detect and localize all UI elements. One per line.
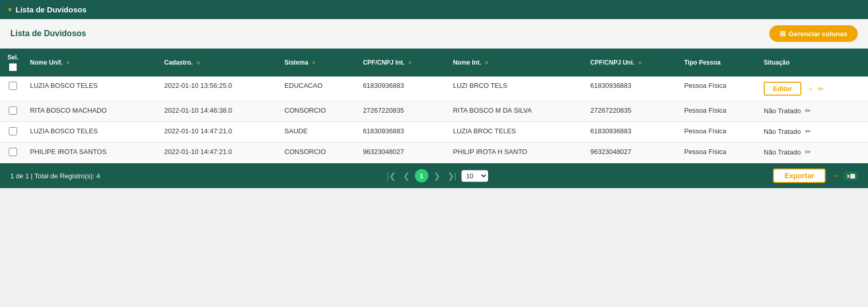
col-situacao: Situação xyxy=(760,49,868,76)
table-wrapper: Sel. Nome Unif. ≡ Cadastro. ≡ Sistema ≡ xyxy=(0,49,868,163)
main-container: ▾ Lista de Duvidosos Lista de Duvidosos … xyxy=(0,0,868,188)
col-tipo-pessoa: Tipo Pessoa xyxy=(680,49,760,76)
manage-columns-icon: ⊞ xyxy=(780,29,786,38)
cadastro-filter-icon[interactable]: ≡ xyxy=(196,59,199,66)
sub-header: Lista de Duvidosos ⊞ Gerenciar colunas xyxy=(0,19,868,49)
row-cpf-uni: 27267220835 xyxy=(586,101,680,122)
row-nome-unif: LUZIA BOSCO TELES xyxy=(26,76,160,101)
col-cpf-int: CPF/CNPJ Int. ≡ xyxy=(359,49,448,76)
select-all-checkbox[interactable] xyxy=(9,63,17,71)
row-status-text: Não Tratado xyxy=(764,128,801,135)
col-nome-unif: Nome Unif. ≡ xyxy=(26,49,160,76)
row-situacao-cell: Não Tratado✏ xyxy=(760,143,868,161)
row-sistema: CONSORCIO xyxy=(281,143,359,163)
sub-header-title: Lista de Duvidosos xyxy=(10,29,86,38)
row-cpf-int: 96323048027 xyxy=(359,143,448,163)
row-nome-int: LUZIA BROC TELES xyxy=(449,122,586,143)
row-checkbox[interactable] xyxy=(9,106,17,115)
edit-pencil-icon[interactable]: ✏ xyxy=(818,85,824,93)
footer-right: Exportar → x▦ xyxy=(773,168,858,183)
pagination-info: 1 de 1 | Total de Registro(s): 4 xyxy=(10,172,100,180)
row-checkbox[interactable] xyxy=(9,127,17,135)
row-tipo-pessoa: Pessoa Física xyxy=(680,101,760,122)
table-row: LUZIA BOSCO TELES2022-01-10 14:47:21.0SA… xyxy=(0,122,868,143)
row-cpf-uni: 61830936883 xyxy=(586,76,680,101)
row-checkbox-cell xyxy=(0,101,26,122)
table-row: PHILIPE IROTA SANTOS2022-01-10 14:47:21.… xyxy=(0,143,868,163)
per-page-select[interactable]: 10 25 50 100 xyxy=(461,170,488,182)
nome-unif-filter-icon[interactable]: ≡ xyxy=(67,59,70,66)
row-checkbox[interactable] xyxy=(9,148,17,156)
row-situacao-cell: Editar→✏ xyxy=(760,76,868,101)
row-nome-unif: LUZIA BOSCO TELES xyxy=(26,122,160,143)
first-page-button[interactable]: |❮ xyxy=(385,170,398,182)
cpf-uni-filter-icon[interactable]: ≡ xyxy=(638,59,641,66)
row-nome-int: RITA BOSCO M DA SILVA xyxy=(449,101,586,122)
data-table: Sel. Nome Unif. ≡ Cadastro. ≡ Sistema ≡ xyxy=(0,49,868,163)
next-page-button[interactable]: ❯ xyxy=(431,170,442,182)
row-situacao-cell: Não Tratado✏ xyxy=(760,101,868,120)
row-cpf-int: 27267220835 xyxy=(359,101,448,122)
row-nome-int: PHILIP IROTA H SANTO xyxy=(449,143,586,163)
row-checkbox-cell xyxy=(0,143,26,163)
col-cadastro: Cadastro. ≡ xyxy=(160,49,281,76)
row-tipo-pessoa: Pessoa Física xyxy=(680,143,760,163)
sistema-filter-icon[interactable]: ≡ xyxy=(312,59,315,66)
title-bar-text: Lista de Duvidosos xyxy=(16,5,87,14)
col-sel-label: Sel. xyxy=(7,54,18,61)
row-tipo-pessoa: Pessoa Física xyxy=(680,76,760,101)
row-checkbox-cell xyxy=(0,76,26,101)
col-sel: Sel. xyxy=(0,49,26,76)
row-cadastro: 2022-01-10 14:46:38.0 xyxy=(160,101,281,122)
edit-pencil-icon[interactable]: ✏ xyxy=(805,148,811,156)
table-footer: 1 de 1 | Total de Registro(s): 4 |❮ ❮ 1 … xyxy=(0,163,868,188)
row-sistema: SAUDE xyxy=(281,122,359,143)
last-page-button[interactable]: ❯| xyxy=(445,170,458,182)
excel-icon: x▦ xyxy=(844,172,858,180)
prev-page-button[interactable]: ❮ xyxy=(401,170,412,182)
table-row: RITA BOSCO MACHADO2022-01-10 14:46:38.0C… xyxy=(0,101,868,122)
row-nome-unif: PHILIPE IROTA SANTOS xyxy=(26,143,160,163)
editar-arrow-icon: → xyxy=(805,84,814,94)
col-sistema: Sistema ≡ xyxy=(281,49,359,76)
col-nome-int: Nome Int. ≡ xyxy=(449,49,586,76)
row-cpf-int: 61830936883 xyxy=(359,76,448,101)
row-cadastro: 2022-01-10 13:56:25.0 xyxy=(160,76,281,101)
row-situacao-cell: Não Tratado✏ xyxy=(760,122,868,141)
row-sistema: CONSORCIO xyxy=(281,101,359,122)
row-cadastro: 2022-01-10 14:47:21.0 xyxy=(160,143,281,163)
export-arrow-icon: → xyxy=(831,171,839,180)
title-bar: ▾ Lista de Duvidosos xyxy=(0,0,868,19)
cpf-int-filter-icon[interactable]: ≡ xyxy=(408,59,411,66)
row-cpf-uni: 96323048027 xyxy=(586,143,680,163)
table-header: Sel. Nome Unif. ≡ Cadastro. ≡ Sistema ≡ xyxy=(0,49,868,76)
editar-button[interactable]: Editar xyxy=(764,82,801,96)
row-nome-int: LUZI BRCO TELS xyxy=(449,76,586,101)
row-status-text: Não Tratado xyxy=(764,107,801,115)
row-cpf-uni: 61830936883 xyxy=(586,122,680,143)
row-nome-unif: RITA BOSCO MACHADO xyxy=(26,101,160,122)
manage-columns-label: Gerenciar colunas xyxy=(789,30,847,38)
row-checkbox-cell xyxy=(0,122,26,143)
title-bar-chevron[interactable]: ▾ xyxy=(8,6,11,13)
col-cpf-uni: CPF/CNPJ Uni. ≡ xyxy=(586,49,680,76)
row-status-text: Não Tratado xyxy=(764,148,801,156)
table-row: LUZIA BOSCO TELES2022-01-10 13:56:25.0ED… xyxy=(0,76,868,101)
manage-columns-button[interactable]: ⊞ Gerenciar colunas xyxy=(769,25,858,42)
current-page-indicator: 1 xyxy=(415,169,428,182)
row-cpf-int: 61830936883 xyxy=(359,122,448,143)
row-tipo-pessoa: Pessoa Física xyxy=(680,122,760,143)
row-sistema: EDUCACAO xyxy=(281,76,359,101)
edit-pencil-icon[interactable]: ✏ xyxy=(805,127,811,135)
table-body: LUZIA BOSCO TELES2022-01-10 13:56:25.0ED… xyxy=(0,76,868,163)
row-checkbox[interactable] xyxy=(9,82,17,90)
pagination-controls: |❮ ❮ 1 ❯ ❯| 10 25 50 100 xyxy=(385,169,488,182)
row-cadastro: 2022-01-10 14:47:21.0 xyxy=(160,122,281,143)
export-button[interactable]: Exportar xyxy=(773,168,826,183)
edit-pencil-icon[interactable]: ✏ xyxy=(805,106,811,115)
nome-int-filter-icon[interactable]: ≡ xyxy=(485,59,488,66)
